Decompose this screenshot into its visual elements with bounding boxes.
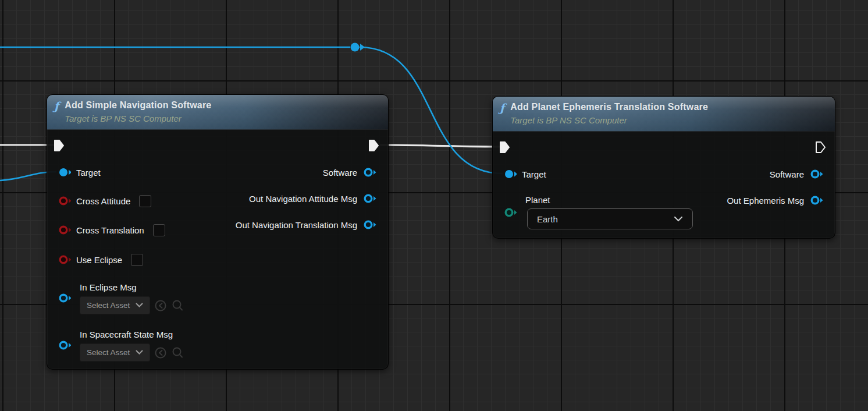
in-eclipse-msg-label: In Eclipse Msg: [80, 282, 184, 292]
node-title: Add Planet Ephemeris Translation Softwar…: [510, 101, 708, 114]
node-subtitle: Target is BP NS SC Computer: [65, 113, 211, 125]
software-pin-label: Software: [323, 168, 357, 178]
blueprint-graph-canvas[interactable]: { "graph": { "background_color": "#26262…: [0, 0, 868, 411]
software-output-pin[interactable]: [809, 168, 826, 180]
out-ephemeris-msg-pin-label: Out Ephemeris Msg: [727, 196, 804, 206]
cross-attitude-checkbox[interactable]: [139, 195, 151, 207]
cross-attitude-pin[interactable]: [56, 194, 71, 207]
software-pin-label: Software: [770, 169, 804, 179]
in-eclipse-msg-asset-picker[interactable]: Select Asset: [80, 296, 150, 314]
out-navigation-translation-msg-output-pin[interactable]: [362, 218, 379, 231]
browse-asset-icon[interactable]: [171, 346, 184, 359]
out-navigation-attitude-msg-pin-label: Out Navigation Attitude Msg: [249, 194, 357, 204]
planet-pin-label: Planet: [525, 195, 550, 205]
in-eclipse-msg-pin[interactable]: [56, 292, 71, 304]
node-title: Add Simple Navigation Software: [65, 99, 211, 112]
node-add-planet-ephemeris-translation-software[interactable]: ƒ Add Planet Ephemeris Translation Softw…: [492, 96, 835, 239]
node-add-simple-navigation-software[interactable]: ƒ Add Simple Navigation Software Target …: [47, 94, 389, 370]
planet-dropdown-value: Earth: [537, 214, 558, 224]
use-eclipse-pin[interactable]: [56, 253, 71, 266]
out-navigation-attitude-msg-output-pin[interactable]: [362, 192, 379, 205]
function-icon: ƒ: [500, 101, 504, 114]
target-pin[interactable]: [501, 168, 517, 180]
exec-output-pin[interactable]: [814, 140, 827, 154]
chevron-down-icon: [674, 216, 683, 222]
cross-translation-pin[interactable]: [56, 224, 71, 236]
planet-pin[interactable]: [501, 206, 517, 219]
cross-translation-pin-label: Cross Translation: [76, 225, 144, 235]
asset-picker-value: Select Asset: [87, 348, 130, 357]
node-header[interactable]: ƒ Add Simple Navigation Software Target …: [47, 95, 388, 130]
chevron-down-icon: [136, 303, 143, 308]
use-eclipse-checkbox[interactable]: [131, 254, 143, 266]
target-pin-label: Target: [522, 169, 546, 179]
cross-translation-checkbox[interactable]: [153, 224, 165, 236]
use-selected-asset-icon[interactable]: [154, 346, 167, 359]
in-spacecraft-state-msg-asset-picker[interactable]: Select Asset: [80, 343, 150, 362]
in-spacecraft-state-msg-label: In Spacecraft State Msg: [80, 329, 184, 339]
planet-dropdown[interactable]: Earth: [527, 208, 693, 229]
node-subtitle: Target is BP NS SC Computer: [510, 115, 708, 126]
exec-input-pin[interactable]: [52, 139, 66, 153]
exec-output-pin[interactable]: [367, 139, 380, 153]
asset-picker-value: Select Asset: [87, 301, 130, 310]
browse-asset-icon[interactable]: [171, 299, 184, 312]
software-output-pin[interactable]: [362, 166, 379, 179]
target-pin-label: Target: [76, 168, 101, 178]
reroute-node[interactable]: [351, 43, 365, 52]
exec-input-pin[interactable]: [498, 140, 511, 154]
out-ephemeris-msg-output-pin[interactable]: [809, 194, 826, 207]
function-icon: ƒ: [54, 100, 59, 112]
chevron-down-icon: [136, 350, 143, 355]
in-spacecraft-state-msg-pin[interactable]: [56, 339, 71, 352]
target-pin[interactable]: [56, 166, 71, 179]
node-header[interactable]: ƒ Add Planet Ephemeris Translation Softw…: [493, 97, 835, 132]
out-navigation-translation-msg-pin-label: Out Navigation Translation Msg: [236, 220, 357, 230]
exec-wire-nav-to-ephem: [380, 145, 501, 147]
use-eclipse-pin-label: Use Eclipse: [76, 255, 122, 265]
cross-attitude-pin-label: Cross Attitude: [76, 196, 130, 206]
use-selected-asset-icon[interactable]: [154, 299, 167, 312]
